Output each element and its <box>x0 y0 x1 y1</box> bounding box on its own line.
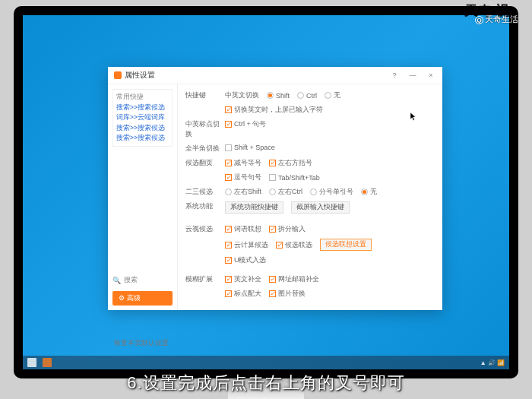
checkbox-img[interactable]: 图片替换 <box>269 289 306 299</box>
assoc-settings-button[interactable]: 候选联想设置 <box>320 239 372 251</box>
checkbox-punct[interactable]: Ctrl + 句号 <box>225 119 266 129</box>
row-label: 云视候选 <box>185 224 225 234</box>
sidebar-group-title: 常用快捷 <box>116 92 169 103</box>
search-icon: 🔍 <box>112 277 121 284</box>
sys-hotkey-button[interactable]: 系统功能快捷键 <box>225 201 283 214</box>
checkbox-url[interactable]: 网址邮箱补全 <box>269 274 319 284</box>
radio-23-2[interactable]: 左右Ctrl <box>269 187 302 197</box>
reset-defaults-link[interactable]: 恢复本页默认设置 <box>114 338 169 348</box>
row-label: 系统功能 <box>185 201 225 211</box>
sidebar-search[interactable]: 🔍搜索 <box>112 275 173 285</box>
checkbox-eng[interactable]: 英文补全 <box>225 274 261 284</box>
app-logo-icon <box>114 71 122 79</box>
sidebar: 常用快捷 搜索>>搜索候选 词库>>云端词库 搜索>>搜索候选 搜索>>搜索候选… <box>108 84 178 310</box>
start-icon[interactable] <box>27 358 36 367</box>
tray[interactable]: ▲ 🔊 📶 <box>480 359 505 366</box>
row-label: 模糊扩展 <box>185 274 225 284</box>
sidebar-link[interactable]: 词库>>云端词库 <box>116 112 169 123</box>
row-label: 候选翻页 <box>185 158 225 168</box>
advanced-button[interactable]: ⚙ 高级 <box>112 291 173 306</box>
sidebar-link[interactable]: 搜索>>搜索候选 <box>116 103 169 113</box>
sub-label: 中英文切换 <box>225 90 259 100</box>
settings-dialog: 属性设置 ? — × 常用快捷 搜索>>搜索候选 词库>>云端词库 搜索>>搜索… <box>108 67 442 310</box>
radio-23-4[interactable]: 无 <box>361 187 377 197</box>
row-label: 全半角切换 <box>185 144 225 154</box>
radio-none[interactable]: 无 <box>325 90 340 100</box>
row-label: 二三候选 <box>185 187 225 197</box>
checkbox-cloud[interactable]: 云计算候选 <box>225 240 268 250</box>
checkbox-commit[interactable]: 切换英文时，上屏已输入字符 <box>225 105 323 115</box>
help-button[interactable]: ? <box>389 71 400 79</box>
radio-shift[interactable]: Shift <box>267 92 290 100</box>
checkbox-umode[interactable]: U模式入选 <box>225 255 267 265</box>
checkbox-page3[interactable]: 逗号句号 <box>225 173 261 182</box>
checkbox-punct2[interactable]: 标点配大 <box>225 289 261 299</box>
checkbox-cand[interactable]: 候选联选 <box>276 240 312 250</box>
checkbox-page4[interactable]: Tab/Shift+Tab <box>269 174 320 182</box>
screenshot-hotkey-button[interactable]: 截屏输入快捷键 <box>291 201 350 214</box>
row-label: 快捷键 <box>185 90 225 100</box>
video-caption: 6.设置完成后点击右上角的叉号即可 <box>0 372 532 394</box>
taskbar[interactable]: ▲ 🔊 📶 <box>23 356 509 369</box>
radio-23-1[interactable]: 左右Shift <box>225 187 261 197</box>
checkbox-split[interactable]: 拆分输入 <box>269 224 306 234</box>
radio-ctrl[interactable]: Ctrl <box>297 92 317 100</box>
sidebar-link[interactable]: 搜索>>搜索候选 <box>116 123 169 134</box>
checkbox-page1[interactable]: 减号等号 <box>225 158 261 168</box>
sidebar-link[interactable]: 搜索>>搜索候选 <box>116 133 169 144</box>
taskbar-app-icon[interactable] <box>43 358 52 367</box>
radio-23-3[interactable]: 分号单引号 <box>310 187 353 197</box>
checkbox-fullhalf[interactable]: Shift + Space <box>225 144 275 151</box>
watermark-sub: Q天奇生活 <box>475 14 518 25</box>
checkbox-page2[interactable]: 左右方括号 <box>269 158 312 168</box>
close-button[interactable]: × <box>426 71 436 79</box>
dialog-title: 属性设置 <box>125 70 155 81</box>
checkbox-assoc[interactable]: 词语联想 <box>225 224 261 234</box>
minimize-button[interactable]: — <box>407 71 418 79</box>
row-label: 中英标点切换 <box>185 119 225 139</box>
